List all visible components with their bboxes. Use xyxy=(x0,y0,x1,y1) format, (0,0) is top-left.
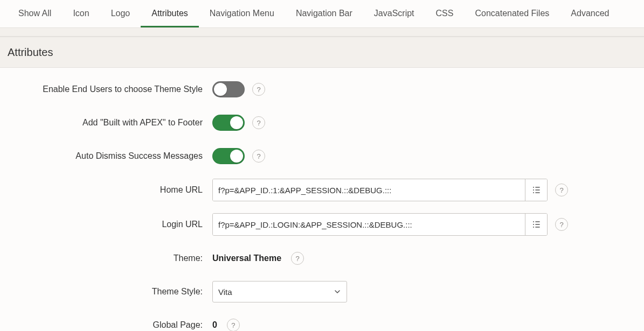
help-icon[interactable]: ? xyxy=(227,319,240,331)
login-url-input-group xyxy=(212,213,548,236)
row-home-url: Home URL ? xyxy=(8,179,636,201)
list-picker-icon xyxy=(531,220,541,229)
theme-value: Universal Theme xyxy=(212,253,281,263)
help-icon[interactable]: ? xyxy=(555,184,568,196)
label-login-url: Login URL xyxy=(8,220,212,229)
login-url-picker-button[interactable] xyxy=(525,214,547,235)
tab-show-all[interactable]: Show All xyxy=(8,0,62,27)
label-auto-dismiss: Auto Dismiss Success Messages xyxy=(8,151,212,161)
row-global-page: Global Page: 0 ? xyxy=(8,314,636,331)
help-icon[interactable]: ? xyxy=(555,218,568,231)
tab-concatenated-files[interactable]: Concatenated Files xyxy=(464,0,560,27)
home-url-input-group xyxy=(212,179,548,201)
home-url-input[interactable] xyxy=(213,179,525,201)
toggle-auto-dismiss[interactable] xyxy=(212,148,245,164)
global-page-value: 0 xyxy=(212,320,217,330)
svg-point-8 xyxy=(533,224,534,225)
row-theme: Theme: Universal Theme ? xyxy=(8,248,636,269)
attributes-form: Enable End Users to choose Theme Style ?… xyxy=(0,68,644,331)
svg-point-10 xyxy=(533,227,534,228)
row-enable-theme-style: Enable End Users to choose Theme Style ? xyxy=(8,79,636,100)
tab-javascript[interactable]: JavaScript xyxy=(363,0,425,27)
toggle-enable-theme-style[interactable] xyxy=(212,81,245,97)
tab-attributes[interactable]: Attributes xyxy=(141,0,199,27)
label-theme: Theme: xyxy=(8,253,212,263)
tab-logo[interactable]: Logo xyxy=(100,0,141,27)
row-built-with-apex: Add "Built with APEX" to Footer ? xyxy=(8,112,636,133)
spacer xyxy=(0,28,644,37)
theme-style-selected: Vita xyxy=(218,287,232,297)
list-picker-icon xyxy=(531,185,541,195)
chevron-down-icon xyxy=(334,288,341,295)
tab-navigation-bar[interactable]: Navigation Bar xyxy=(285,0,363,27)
svg-point-2 xyxy=(533,189,534,191)
tab-advanced[interactable]: Advanced xyxy=(560,0,620,27)
tab-bar: Show All Icon Logo Attributes Navigation… xyxy=(0,0,644,28)
help-icon[interactable]: ? xyxy=(252,83,265,96)
row-theme-style: Theme Style: Vita xyxy=(8,281,636,302)
label-built-with-apex: Add "Built with APEX" to Footer xyxy=(8,118,212,128)
help-icon[interactable]: ? xyxy=(252,150,265,163)
toggle-built-with-apex[interactable] xyxy=(212,115,245,131)
help-icon[interactable]: ? xyxy=(252,116,265,129)
tab-css[interactable]: CSS xyxy=(425,0,465,27)
tab-navigation-menu[interactable]: Navigation Menu xyxy=(199,0,285,27)
svg-point-4 xyxy=(533,192,534,193)
svg-point-6 xyxy=(533,221,534,222)
tab-icon[interactable]: Icon xyxy=(62,0,100,27)
label-theme-style: Theme Style: xyxy=(8,287,212,297)
help-icon[interactable]: ? xyxy=(291,252,304,265)
label-enable-theme-style: Enable End Users to choose Theme Style xyxy=(8,84,212,94)
section-title: Attributes xyxy=(0,37,644,68)
theme-style-select[interactable]: Vita xyxy=(212,281,347,302)
login-url-input[interactable] xyxy=(213,214,525,235)
home-url-picker-button[interactable] xyxy=(525,179,547,201)
label-global-page: Global Page: xyxy=(8,320,212,330)
svg-point-0 xyxy=(533,187,534,188)
row-login-url: Login URL ? xyxy=(8,213,636,236)
row-auto-dismiss: Auto Dismiss Success Messages ? xyxy=(8,145,636,167)
label-home-url: Home URL xyxy=(8,185,212,195)
